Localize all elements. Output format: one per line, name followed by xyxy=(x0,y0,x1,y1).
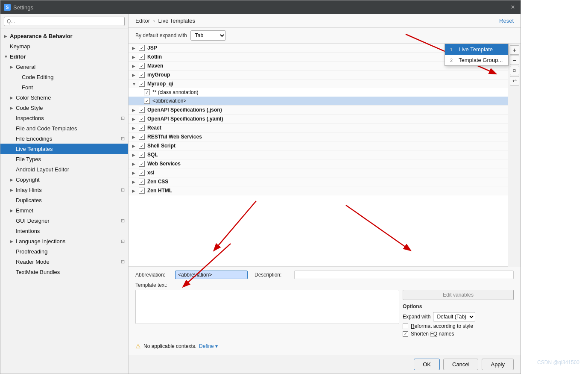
checkbox-maven[interactable] xyxy=(139,63,145,69)
sidebar-item-font[interactable]: Font xyxy=(0,82,128,92)
tmpl-row-class-annotation[interactable]: ** (class annotation) xyxy=(129,88,508,97)
shorten-checkbox[interactable] xyxy=(403,331,408,337)
sidebar-item-code-style[interactable]: ▶ Code Style xyxy=(0,103,128,113)
tmpl-group-header-zen-css[interactable]: ▶ Zen CSS xyxy=(129,177,508,186)
no-context-text: No applicable contexts. xyxy=(143,343,196,349)
tmpl-name-restful: RESTful Web Services xyxy=(147,134,202,140)
checkbox-abbreviation[interactable] xyxy=(144,98,150,104)
edit-variables-button[interactable]: Edit variables xyxy=(403,290,514,300)
expand-with-select[interactable]: Default (Tab) Tab Enter Space xyxy=(433,312,475,321)
tmpl-group-header-openapi-yaml[interactable]: ▶ OpenAPI Specifications (.yaml) xyxy=(129,115,508,123)
tmpl-label-class-annotation: ** (class annotation) xyxy=(152,89,198,95)
reformat-checkbox[interactable] xyxy=(403,324,408,329)
remove-button[interactable]: − xyxy=(510,56,519,65)
sidebar-item-file-encodings[interactable]: File Encodings ⊡ xyxy=(0,133,128,144)
sidebar-tree: ▶ Appearance & Behavior Keymap ▼ Editor … xyxy=(0,29,128,374)
checkbox-shell[interactable] xyxy=(139,143,145,149)
sidebar-item-copyright[interactable]: ▶ Copyright xyxy=(0,174,128,185)
template-textarea[interactable] xyxy=(135,290,399,324)
tmpl-group-header-mygroup[interactable]: ▶ myGroup xyxy=(129,71,508,79)
sidebar-label-live-templates: Live Templates xyxy=(16,146,125,152)
dropdown-item-live-template[interactable]: 1 Live Template xyxy=(445,44,508,55)
reset-button[interactable]: Reset xyxy=(499,18,514,24)
checkbox-jsp[interactable] xyxy=(139,45,145,51)
shorten-label: Shorten FQ names xyxy=(411,331,454,337)
sidebar-item-gui-designer[interactable]: GUI Designer ⊡ xyxy=(0,215,128,226)
description-input[interactable] xyxy=(294,271,514,279)
inspections-icon: ⊡ xyxy=(121,115,125,121)
tmpl-group-header-web-services[interactable]: ▶ Web Services xyxy=(129,159,508,168)
add-button[interactable]: + xyxy=(510,45,519,55)
sidebar-item-emmet[interactable]: ▶ Emmet xyxy=(0,205,128,215)
template-text-label-row: Template text: xyxy=(135,282,514,288)
expand-select[interactable]: Tab Enter Space xyxy=(190,30,226,41)
sidebar-item-android-layout[interactable]: Android Layout Editor xyxy=(0,164,128,174)
tmpl-group-header-zen-html[interactable]: ▶ Zen HTML xyxy=(129,186,508,195)
checkbox-kotlin[interactable] xyxy=(139,54,145,60)
checkbox-myruop-qi[interactable] xyxy=(139,81,145,87)
checkbox-zen-css[interactable] xyxy=(139,179,145,185)
app-icon: S xyxy=(4,4,11,11)
sidebar-item-duplicates[interactable]: Duplicates xyxy=(0,195,128,205)
sidebar-item-general[interactable]: ▶ General xyxy=(0,62,128,72)
undo-button[interactable]: ↩ xyxy=(510,76,519,85)
ok-button[interactable]: OK xyxy=(414,359,440,370)
checkbox-xsl[interactable] xyxy=(139,170,145,176)
expand-tri-kotlin: ▶ xyxy=(132,55,137,59)
templates-container: ▶ JSP ▶ Kotlin xyxy=(129,44,521,267)
search-input[interactable] xyxy=(4,17,125,26)
checkbox-restful[interactable] xyxy=(139,134,145,140)
tmpl-group-header-openapi-json[interactable]: ▶ OpenAPI Specifications (.json) xyxy=(129,106,508,114)
sidebar-label-file-code-templates: File and Code Templates xyxy=(16,125,125,132)
sidebar-item-inlay-hints[interactable]: ▶ Inlay Hints ⊡ xyxy=(0,185,128,195)
close-button[interactable]: × xyxy=(509,3,517,12)
shorten-row: Shorten FQ names xyxy=(403,331,514,337)
template-group-xsl: ▶ xsl xyxy=(129,168,508,177)
sidebar-item-color-scheme[interactable]: ▶ Color Scheme xyxy=(0,92,128,103)
copy-button[interactable]: ⧉ xyxy=(510,66,519,75)
apply-button[interactable]: Apply xyxy=(482,359,514,370)
tmpl-group-header-react[interactable]: ▶ React xyxy=(129,124,508,132)
checkbox-web-services[interactable] xyxy=(139,161,145,167)
sidebar-item-appearance[interactable]: ▶ Appearance & Behavior xyxy=(0,31,128,41)
checkbox-zen-html[interactable] xyxy=(139,188,145,194)
sidebar-item-reader-mode[interactable]: Reader Mode ⊡ xyxy=(0,256,128,267)
expand-tri-maven: ▶ xyxy=(132,64,137,68)
sidebar-item-language-injections[interactable]: ▶ Language Injections ⊡ xyxy=(0,236,128,246)
dialog-footer: OK Cancel Apply xyxy=(129,355,521,374)
checkbox-class-annotation[interactable] xyxy=(144,89,150,95)
tmpl-row-abbreviation[interactable]: <abbreviation> xyxy=(129,97,508,105)
breadcrumb-current: Live Templates xyxy=(158,18,195,24)
tmpl-group-header-shell[interactable]: ▶ Shell Script xyxy=(129,141,508,150)
expand-tri-restful: ▶ xyxy=(132,135,137,139)
checkbox-react[interactable] xyxy=(139,125,145,131)
tmpl-group-header-myruop-qi[interactable]: ▼ Myruop_qi xyxy=(129,80,508,88)
checkbox-openapi-yaml[interactable] xyxy=(139,116,145,122)
checkbox-mygroup[interactable] xyxy=(139,72,145,78)
dropdown-item-template-group[interactable]: 2 Template Group... xyxy=(445,55,508,65)
sidebar-item-file-code-templates[interactable]: File and Code Templates xyxy=(0,123,128,133)
tmpl-group-header-restful[interactable]: ▶ RESTful Web Services xyxy=(129,133,508,141)
sidebar-item-keymap[interactable]: Keymap xyxy=(0,41,128,51)
sidebar-item-intentions[interactable]: Intentions xyxy=(0,226,128,236)
tmpl-name-jsp: JSP xyxy=(147,45,157,51)
sidebar-item-editor[interactable]: ▼ Editor xyxy=(0,51,128,62)
abbreviation-input[interactable] xyxy=(175,271,248,279)
sidebar-item-live-templates[interactable]: Live Templates xyxy=(0,144,128,154)
template-group-sql: ▶ SQL xyxy=(129,150,508,159)
content-main: ▶ JSP ▶ Kotlin xyxy=(129,44,521,355)
checkbox-openapi-json[interactable] xyxy=(139,107,145,113)
cancel-button[interactable]: Cancel xyxy=(443,359,478,370)
expand-icon-inlay: ▶ xyxy=(10,188,16,192)
checkbox-sql[interactable] xyxy=(139,152,145,158)
template-group-myruop-qi: ▼ Myruop_qi ** (class annotation) xyxy=(129,80,508,106)
sidebar-item-inspections[interactable]: Inspections ⊡ xyxy=(0,113,128,123)
sidebar-label-code-editing: Code Editing xyxy=(22,74,125,80)
tmpl-group-header-sql[interactable]: ▶ SQL xyxy=(129,150,508,159)
sidebar-item-file-types[interactable]: File Types xyxy=(0,154,128,164)
sidebar-item-proofreading[interactable]: Proofreading xyxy=(0,246,128,256)
define-link[interactable]: Define ▾ xyxy=(199,343,218,349)
sidebar-item-code-editing[interactable]: Code Editing xyxy=(0,72,128,82)
tmpl-group-header-xsl[interactable]: ▶ xsl xyxy=(129,168,508,177)
sidebar-item-textmate-bundles[interactable]: TextMate Bundles xyxy=(0,267,128,277)
